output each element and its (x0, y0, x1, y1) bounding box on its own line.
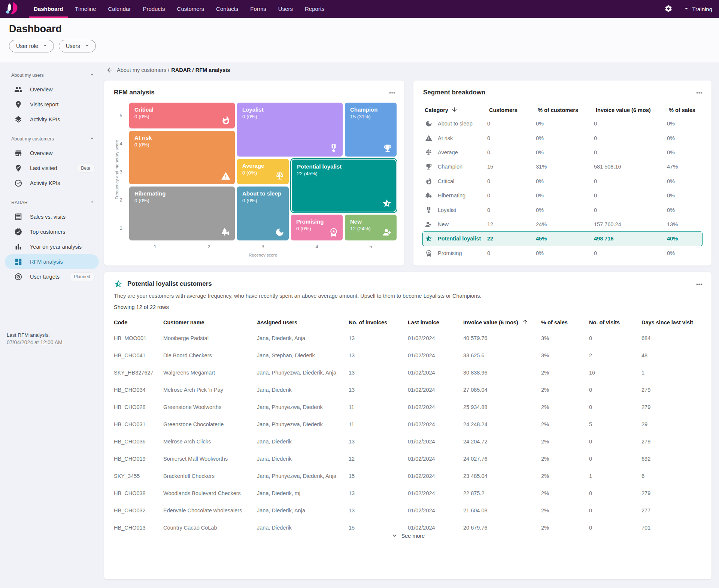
customer-cell: 13 (349, 439, 408, 445)
customer-row-hb-moo001[interactable]: HB_MOO001Mooiberge PadstalJana, Diederik… (114, 330, 702, 347)
account-menu[interactable]: Training (683, 5, 712, 13)
sidebar-item-overview[interactable]: Overview (5, 82, 99, 97)
customer-cell: HB_MOO001 (114, 335, 163, 341)
segment-column-header-of-sales[interactable]: % of sales (667, 107, 703, 113)
customer-row-hb-cho038[interactable]: HB_CHO038Woodlands Boulevard CheckersJan… (114, 485, 702, 502)
sidebar-section-header-about-my-customers[interactable]: About my customers (0, 132, 104, 146)
sidebar-item-top-customers[interactable]: Top customers (5, 224, 99, 239)
customers-column-header-code[interactable]: Code (114, 319, 163, 325)
nav-right: Training (664, 0, 712, 18)
sidebar-item-last-visited[interactable]: Last visitedBeta (5, 161, 99, 176)
see-more-button[interactable]: See more (104, 530, 712, 542)
customer-row-hb-cho041[interactable]: HB_CHO041Die Boord CheckersJana, Stephan… (114, 347, 702, 364)
segment-column-header-customers[interactable]: Customers (487, 107, 536, 113)
sidebar-item-year-on-year-analysis[interactable]: Year on year analysis (5, 239, 99, 254)
breadcrumb-parent[interactable]: About my customers / (117, 67, 169, 73)
segment-row-critical[interactable]: Critical00%00% (422, 174, 703, 188)
segment-column-header-category[interactable]: Category (422, 106, 487, 114)
customer-row-hb-cho036[interactable]: HB_CHO036Melrose Arch ClicksJana, Dieder… (114, 433, 702, 450)
segment-column-header-invoice-value-6-mos[interactable]: Invoice value (6 mos) (594, 107, 667, 113)
segment-row-average[interactable]: Average00%00% (422, 145, 703, 160)
customers-column-header-of-sales[interactable]: % of sales (541, 319, 589, 325)
people-icon (14, 85, 22, 94)
rfm-segment-critical[interactable]: Critical0 (0%) (129, 103, 235, 128)
rfm-segment-at-risk[interactable]: At risk0 (0%) (129, 131, 235, 185)
segment-row-at-risk[interactable]: At risk00%00% (422, 131, 703, 145)
customer-row-hb-cho031[interactable]: HB_CHO031Greenstone ChocolaterieJana, Ph… (114, 416, 702, 433)
segment-value-cell: 581 508.16 (594, 164, 667, 170)
segment-breakdown-more-menu-icon[interactable] (695, 89, 703, 97)
sidebar-item-user-targets[interactable]: User targetsPlanned (5, 269, 99, 284)
filter-chip-label: Users (66, 43, 80, 49)
customer-cell: 30 838.96 (463, 370, 541, 376)
customers-column-header-last-invoice[interactable]: Last invoice (408, 319, 463, 325)
customer-cell: Somerset Mall Woolworths (163, 456, 257, 462)
rfm-segment-about-to-sleep[interactable]: About to sleep0 (0%) (237, 187, 289, 240)
app-logo[interactable] (4, 1, 19, 17)
rfm-segment-hibernating[interactable]: Hibernating0 (0%) (129, 187, 235, 240)
rfm-segment-champion[interactable]: Champion15 (31%) (345, 103, 397, 157)
rfm-y-tick: 5 (118, 113, 124, 118)
segment-row-champion[interactable]: Champion1531%581 508.1647% (422, 160, 703, 174)
customer-row-hb-cho019[interactable]: HB_CHO019Somerset Mall WoolworthsJana, D… (114, 450, 702, 467)
medal-icon (329, 143, 339, 153)
nav-item-contacts[interactable]: Contacts (210, 0, 244, 18)
settings-gear-icon[interactable] (664, 4, 673, 13)
segment-row-hibernating[interactable]: Hibernating00%00% (422, 188, 703, 203)
segment-row-about-to-sleep[interactable]: About to sleep00%00% (422, 116, 703, 131)
sidebar-section-header-radar[interactable]: RADAR (0, 196, 104, 209)
rfm-segment-new[interactable]: New12 (24%) (345, 215, 397, 240)
nav-item-calendar[interactable]: Calendar (102, 0, 137, 18)
segment-row-loyalist[interactable]: Loyalist00%00% (422, 203, 703, 217)
segment-column-header-of-customers[interactable]: % of customers (536, 107, 594, 113)
segment-category-name: About to sleep (438, 121, 473, 127)
nav-item-reports[interactable]: Reports (299, 0, 331, 18)
sidebar-item-overview[interactable]: Overview (5, 146, 99, 161)
nav-item-timeline[interactable]: Timeline (69, 0, 102, 18)
customer-cell: 3% (541, 335, 589, 341)
nav-item-products[interactable]: Products (137, 0, 171, 18)
sidebar-item-activity-kpis[interactable]: Activity KPIs (5, 112, 99, 127)
rfm-segment-potential-loyalist[interactable]: Potential loyalist22 (45%) (291, 159, 397, 213)
target-icon (14, 273, 22, 281)
sidebar-section-header-about-my-users[interactable]: About my users (0, 69, 104, 82)
segment-row-promising[interactable]: Promising00%00% (422, 246, 703, 260)
customer-row-sky-3455[interactable]: SKY_3455Brackenfell CheckersJana, Phunye… (114, 467, 702, 485)
customers-more-menu-icon[interactable] (695, 280, 703, 288)
badge-check-icon (14, 228, 22, 236)
nav-item-customers[interactable]: Customers (171, 0, 210, 18)
segment-table-header: CategoryCustomers% of customersInvoice v… (422, 104, 703, 116)
nav-item-users[interactable]: Users (272, 0, 299, 18)
sidebar-item-activity-kpis[interactable]: Activity KPIs (5, 176, 99, 191)
customer-cell: 21 604.08 (463, 507, 541, 513)
customer-row-sky-hb327627[interactable]: SKY_HB327627Walgreens MegamartJana, Phun… (114, 364, 702, 381)
customer-row-hb-cho028[interactable]: HB_CHO028Greenstone WoolworthsJana, Phun… (114, 398, 702, 416)
rfm-more-menu-icon[interactable] (388, 89, 396, 97)
filter-chip-users[interactable]: Users (59, 40, 96, 52)
customer-row-hb-cho034[interactable]: HB_CHO034Melrose Arch Pick 'n PayJana, D… (114, 381, 702, 398)
sidebar-item-rfm-analysis[interactable]: RFM analysis (5, 254, 99, 269)
rfm-segment-average[interactable]: Average0 (0%) (237, 159, 289, 185)
customer-cell: Jana, Stephan, Diederik (257, 352, 349, 358)
filter-chip-label: User role (16, 43, 38, 49)
segment-row-potential-loyalist[interactable]: Potential loyalist2245%498 71640% (422, 231, 703, 246)
customer-row-hb-cho032[interactable]: HB_CHO032Edenvale Chocolate wholesalersJ… (114, 502, 702, 519)
customers-column-header-no-of-visits[interactable]: No. of visits (589, 319, 641, 325)
rfm-segment-loyalist[interactable]: Loyalist0 (0%) (237, 103, 343, 157)
sidebar-item-sales-vs-visits[interactable]: Sales vs. visits (5, 209, 99, 224)
customers-column-header-no-of-invoices[interactable]: No. of invoices (349, 319, 408, 325)
customers-column-header-days-since-last-visit[interactable]: Days since last visit (641, 319, 702, 325)
segment-category-cell: Potential loyalist (423, 235, 487, 242)
filter-chip-user-role[interactable]: User role (9, 40, 54, 52)
nav-item-dashboard[interactable]: Dashboard (28, 0, 69, 18)
customers-column-header-invoice-value-6-mos[interactable]: Invoice value (6 mos) (463, 319, 541, 326)
sidebar-item-visits-report[interactable]: Visits report (5, 97, 99, 112)
rfm-segment-promising[interactable]: Promising0 (0%) (291, 215, 343, 240)
segment-row-new[interactable]: New1224%157 760.2413% (422, 217, 703, 231)
customers-column-header-assigned-users[interactable]: Assigned users (257, 319, 349, 325)
customers-column-header-customer-name[interactable]: Customer name (163, 319, 257, 325)
nav-item-forms[interactable]: Forms (244, 0, 272, 18)
customers-column-label: Days since last visit (641, 319, 693, 325)
back-arrow-icon[interactable] (106, 66, 113, 74)
customer-cell: Jana, Phunyezwa, Diederik (257, 421, 349, 427)
